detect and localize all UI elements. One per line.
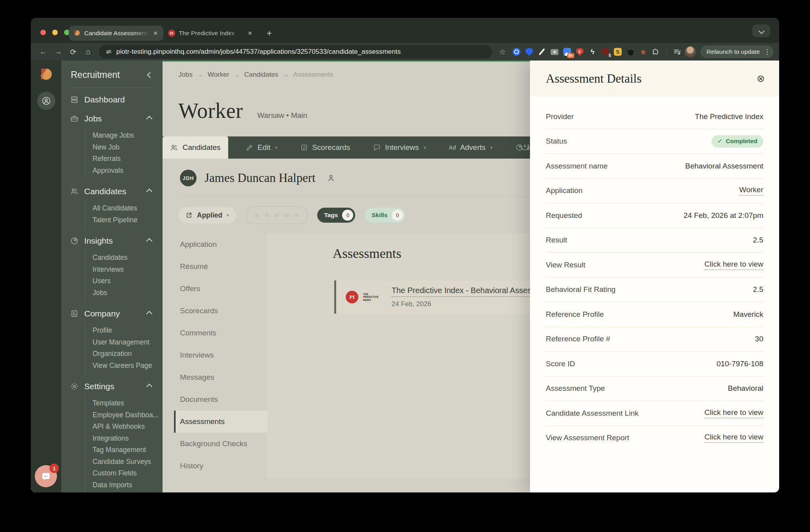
breadcrumb-candidates[interactable]: Candidates bbox=[244, 71, 278, 79]
tab-candidates[interactable]: Candidates bbox=[163, 136, 228, 159]
sidebar-item-insights-jobs[interactable]: Jobs bbox=[93, 287, 163, 299]
close-drawer-icon[interactable]: ⊗ bbox=[757, 74, 765, 83]
minimize-window-button[interactable] bbox=[52, 30, 58, 35]
sidebar-item-data-imports[interactable]: Data Imports bbox=[93, 479, 163, 491]
subnav-application[interactable]: Application bbox=[174, 233, 267, 256]
rating-stars[interactable]: ★ ★ ★ ★ ★ bbox=[246, 206, 308, 224]
subnav-offers[interactable]: Offers bbox=[174, 278, 267, 300]
sidebar-item-view-careers-page[interactable]: View Careers Page bbox=[93, 360, 163, 372]
skills-pill[interactable]: Skills 0 bbox=[365, 208, 405, 223]
sidebar-item-candidates[interactable]: Candidates bbox=[61, 182, 163, 201]
browser-menu-icon[interactable]: ⋮ bbox=[764, 48, 770, 56]
paw-icon[interactable] bbox=[625, 46, 636, 58]
pinpoint-logo[interactable] bbox=[39, 67, 54, 82]
subnav-background-checks[interactable]: Background Checks bbox=[174, 433, 267, 455]
color-picker-icon[interactable] bbox=[536, 46, 548, 58]
tab-candidate-assessments[interactable]: Candidate Assessments | Jan ✕ bbox=[69, 26, 163, 41]
sidebar-item-company[interactable]: Company bbox=[61, 304, 163, 323]
chevron-up-icon[interactable] bbox=[146, 238, 153, 244]
relaunch-button[interactable]: Relaunch to update ⋮ bbox=[700, 45, 774, 58]
bookmark-star-icon[interactable]: ☆ bbox=[496, 45, 509, 59]
breadcrumb-worker[interactable]: Worker bbox=[208, 71, 229, 79]
close-window-button[interactable] bbox=[40, 30, 46, 35]
forward-button[interactable]: → bbox=[51, 45, 65, 59]
tab-search-button[interactable] bbox=[752, 25, 770, 37]
sidebar-item-integrations[interactable]: Integrations bbox=[93, 433, 163, 445]
application-link[interactable]: Worker bbox=[739, 186, 763, 196]
breadcrumb-jobs[interactable]: Jobs bbox=[178, 71, 193, 79]
subnav-assessments[interactable]: Assessments bbox=[174, 411, 267, 433]
chevron-up-icon[interactable] bbox=[146, 188, 153, 195]
sidebar-item-dashboard[interactable]: Dashboard bbox=[61, 90, 163, 109]
site-settings-icon[interactable] bbox=[105, 48, 112, 55]
tab-adverts[interactable]: Ad Adverts ▾ bbox=[449, 143, 492, 152]
sidebar-item-insights-users[interactable]: Users bbox=[93, 275, 163, 287]
candidate-assessment-link[interactable]: Click here to view bbox=[704, 408, 763, 418]
subnav-interviews[interactable]: Interviews bbox=[174, 344, 267, 366]
tags-pill[interactable]: Tags 0 bbox=[317, 208, 355, 223]
chat-widget-button[interactable]: 1 bbox=[35, 465, 57, 487]
subnav-messages[interactable]: Messages bbox=[174, 366, 267, 388]
close-tab-icon[interactable]: ✕ bbox=[152, 29, 159, 37]
sidebar-item-referrals[interactable]: Referrals bbox=[93, 153, 163, 165]
sidebar-item-organization[interactable]: Organization bbox=[93, 348, 163, 360]
sidebar-item-insights[interactable]: Insights bbox=[61, 231, 163, 250]
ublock-icon[interactable]: 5 bbox=[600, 46, 611, 58]
subnav-resume[interactable]: Résumé bbox=[174, 256, 267, 278]
sidebar-item-user-management[interactable]: User Management bbox=[93, 337, 163, 348]
weather-icon[interactable]: 9+ bbox=[562, 46, 573, 58]
star-icon[interactable]: ★ bbox=[273, 210, 280, 220]
sidebar-item-jobs[interactable]: Jobs bbox=[61, 109, 163, 128]
tab-scorecards[interactable]: Scorecards bbox=[300, 143, 350, 152]
screenshot-camera-icon[interactable] bbox=[549, 46, 560, 58]
workspace-avatar[interactable] bbox=[37, 92, 55, 110]
sidebar-item-employee-dashboard[interactable]: Employee Dashboa... bbox=[93, 409, 163, 421]
chevron-up-icon[interactable] bbox=[146, 310, 153, 317]
collapse-sidebar-icon[interactable] bbox=[147, 72, 153, 78]
sidebar-item-talent-pipeline[interactable]: Talent Pipeline bbox=[93, 214, 163, 226]
updown-arrows-icon[interactable]: ⇅ bbox=[612, 46, 624, 58]
home-button[interactable]: ⌂ bbox=[81, 45, 95, 59]
star-icon[interactable]: ★ bbox=[263, 210, 271, 220]
sidebar-item-approvals[interactable]: Approvals bbox=[93, 165, 163, 177]
lightning-icon[interactable]: ϟ bbox=[587, 46, 598, 58]
sidebar-item-insights-candidates[interactable]: Candidates bbox=[93, 252, 163, 264]
new-tab-button[interactable]: + bbox=[264, 28, 274, 39]
subnav-scorecards[interactable]: Scorecards bbox=[174, 300, 267, 322]
profile-avatar[interactable] bbox=[685, 46, 696, 57]
tab-edit[interactable]: Edit ▾ bbox=[246, 143, 277, 152]
star-icon[interactable]: ★ bbox=[283, 210, 290, 220]
address-bar[interactable]: piotr-testing.pinpointhq.com/admin/jobs/… bbox=[99, 45, 492, 59]
view-result-link[interactable]: Click here to view bbox=[704, 260, 763, 270]
sidebar-item-tag-management[interactable]: Tag Management bbox=[93, 444, 163, 456]
chevron-up-icon[interactable] bbox=[146, 115, 153, 122]
close-tab-icon[interactable]: ✕ bbox=[247, 29, 253, 37]
sidebar-item-custom-fields[interactable]: Custom Fields bbox=[93, 468, 163, 479]
shield-blue-icon[interactable] bbox=[524, 46, 535, 58]
subnav-comments[interactable]: Comments bbox=[174, 322, 267, 344]
tab-interviews[interactable]: Interviews ▾ bbox=[373, 143, 426, 152]
tab-predictive-index[interactable]: PI The Predictive Index ✕ bbox=[163, 26, 258, 41]
export-icon[interactable] bbox=[520, 143, 529, 153]
starburst-icon[interactable]: * bbox=[638, 44, 649, 60]
extensions-puzzle-icon[interactable] bbox=[650, 46, 662, 58]
view-assessment-report-link[interactable]: Click here to view bbox=[704, 433, 763, 443]
reload-button[interactable]: ⟳ bbox=[66, 45, 80, 59]
status-dropdown[interactable]: Applied ▾ bbox=[178, 207, 236, 223]
sidebar-item-manage-jobs[interactable]: Manage Jobs bbox=[93, 130, 163, 142]
star-icon[interactable]: ★ bbox=[293, 210, 300, 220]
chevron-up-icon[interactable] bbox=[146, 383, 153, 390]
sidebar-item-insights-interviews[interactable]: Interviews bbox=[93, 264, 163, 276]
subnav-history[interactable]: History bbox=[174, 455, 267, 477]
sidebar-item-all-candidates[interactable]: All Candidates bbox=[93, 203, 163, 214]
shield-red-icon[interactable]: F bbox=[574, 46, 586, 58]
sidebar-item-candidate-surveys[interactable]: Candidate Surveys bbox=[93, 456, 163, 468]
person-icon[interactable] bbox=[327, 174, 335, 182]
sidebar-item-profile[interactable]: Profile bbox=[93, 325, 163, 337]
subnav-documents[interactable]: Documents bbox=[174, 388, 267, 411]
onepassword-icon[interactable] bbox=[511, 46, 522, 58]
sidebar-item-templates[interactable]: Templates bbox=[93, 398, 163, 409]
sidebar-item-settings[interactable]: Settings bbox=[61, 377, 163, 396]
media-controls-icon[interactable] bbox=[672, 46, 683, 58]
sidebar-item-new-job[interactable]: New Job bbox=[93, 142, 163, 153]
